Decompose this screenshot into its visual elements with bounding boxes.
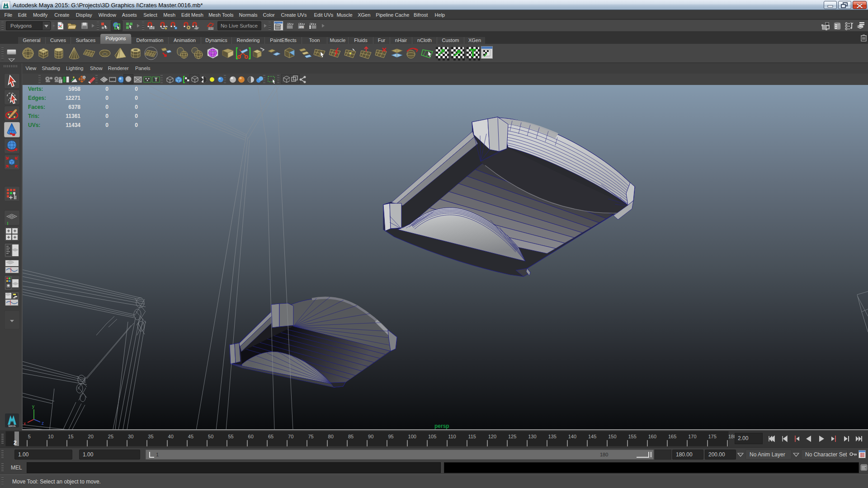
svg-text:y: y bbox=[32, 404, 34, 409]
svg-text:z: z bbox=[42, 421, 44, 426]
svg-text:x: x bbox=[24, 421, 26, 426]
svg-text:T: T bbox=[155, 77, 157, 82]
svg-text:MAYA: MAYA bbox=[8, 425, 15, 427]
svg-text:IPR: IPR bbox=[299, 26, 304, 28]
